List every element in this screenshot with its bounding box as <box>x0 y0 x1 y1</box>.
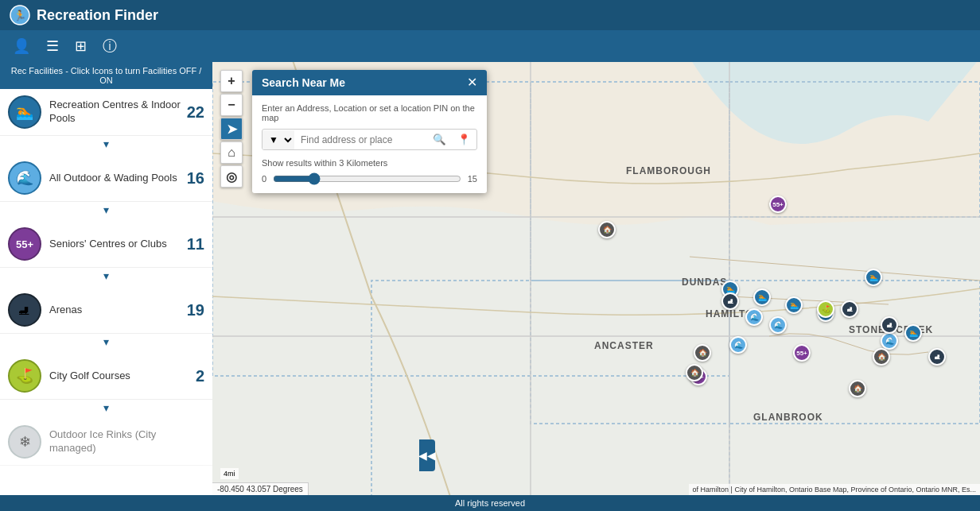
search-input-row: ▼ 🔍 📍 <box>262 129 477 150</box>
coordinate-bar: -80.450 43.057 Degrees <box>212 482 309 495</box>
facility-label: City Golf Courses <box>49 370 182 383</box>
info-icon[interactable]: ⓘ <box>103 37 117 56</box>
zoom-out-button[interactable]: − <box>220 94 243 116</box>
facility-icon: 🏊 <box>8 95 41 129</box>
sidebar: Rec Facilities - Click Icons to turn Fac… <box>0 62 212 495</box>
facility-item[interactable]: ❄Outdoor Ice Rinks (City managed) <box>0 419 212 466</box>
map-pin-home[interactable]: 🏠 <box>873 348 890 366</box>
map-pin-home[interactable]: 🏠 <box>686 364 703 381</box>
chevron-row: ▾ <box>0 334 212 353</box>
main-area: Rec Facilities - Click Icons to turn Fac… <box>0 62 980 495</box>
home-button[interactable]: ⌂ <box>220 141 243 164</box>
map-pin[interactable]: 🌊 <box>881 332 898 350</box>
chevron-down-icon[interactable]: ▾ <box>103 401 109 414</box>
map-pin[interactable]: 🏊 <box>785 296 803 314</box>
zoom-in-button[interactable]: + <box>220 70 243 92</box>
search-dialog-close-button[interactable]: ✕ <box>467 76 477 89</box>
facility-label: Seniors' Centres or Clubs <box>49 238 182 251</box>
facility-item[interactable]: 🏊Recreation Centres & Indoor Pools22 <box>0 89 212 136</box>
map-pin[interactable]: ⛸ <box>881 316 898 334</box>
map-pin[interactable]: 🌊 <box>745 308 763 326</box>
map-pin[interactable]: ⛸ <box>721 292 739 310</box>
facility-icon: 🌊 <box>8 161 41 195</box>
grid-icon[interactable]: ⊞ <box>75 37 87 55</box>
footer-text: All rights reserved <box>455 498 525 508</box>
map-container[interactable]: FLAMBOROUGH ANCASTER HAMILTON STONEY CRE… <box>212 62 980 495</box>
attribution-text: of Hamilton | City of Hamilton, Ontario … <box>693 486 976 494</box>
map-pin[interactable]: 🏊 <box>865 269 882 286</box>
facility-label: Outdoor Ice Rinks (City managed) <box>49 428 182 455</box>
sidebar-banner: Rec Facilities - Click Icons to turn Fac… <box>0 62 212 89</box>
app-header: 🏃 Recreation Finder <box>0 0 980 30</box>
km-range-slider[interactable] <box>273 172 461 185</box>
footer: All rights reserved <box>0 495 980 511</box>
search-submit-button[interactable]: 🔍 <box>427 130 452 149</box>
search-dialog-header: Search Near Me ✕ <box>252 70 487 95</box>
compass-button[interactable]: ◎ <box>220 165 243 188</box>
facility-item[interactable]: 55+Seniors' Centres or Clubs11 <box>0 221 212 268</box>
sidebar-collapse-button[interactable]: ◀◀ <box>419 439 435 471</box>
search-dialog-body: Enter an Address, Location or set a loca… <box>252 95 487 193</box>
search-dialog-title: Search Near Me <box>262 76 345 89</box>
facility-icon: ⛳ <box>8 359 41 393</box>
facility-count: 2 <box>182 367 204 385</box>
facility-item[interactable]: ⛳City Golf Courses2 <box>0 353 212 400</box>
locate-button[interactable]: ➤ <box>220 118 243 140</box>
map-pin-home[interactable]: 🏠 <box>598 221 616 238</box>
scale-text: 4mi <box>224 470 235 478</box>
map-controls: + − ➤ ⌂ ◎ <box>220 70 243 188</box>
slider-min-label: 0 <box>262 174 266 184</box>
facility-count: 19 <box>182 301 204 319</box>
slider-max-label: 15 <box>468 174 477 184</box>
app-title: Recreation Finder <box>37 7 158 24</box>
map-pin-home[interactable]: 🏠 <box>694 344 711 362</box>
map-pin[interactable]: ⛳ <box>817 300 834 318</box>
chevron-row: ▾ <box>0 136 212 155</box>
search-km-label: Show results within 3 Kilometers <box>262 158 477 168</box>
chevron-down-icon[interactable]: ▾ <box>103 137 109 150</box>
scale-bar: 4mi <box>220 468 239 479</box>
facility-count: 11 <box>182 235 204 254</box>
map-pin[interactable]: ⛸ <box>841 300 858 318</box>
facility-label: Arenas <box>49 304 182 317</box>
facility-label: Recreation Centres & Indoor Pools <box>49 99 182 126</box>
facility-label: All Outdoor & Wading Pools <box>49 172 182 185</box>
search-hint: Enter an Address, Location or set a loca… <box>262 103 477 122</box>
chevron-row: ▾ <box>0 400 212 419</box>
chevron-down-icon[interactable]: ▾ <box>103 335 109 348</box>
person-icon[interactable]: 👤 <box>13 37 30 55</box>
app-logo: 🏃 <box>10 5 30 25</box>
map-pin[interactable]: 🏊 <box>753 288 771 306</box>
map-pin[interactable]: 🏊 <box>904 324 922 342</box>
slider-row: 0 15 <box>262 172 477 185</box>
facility-count: 22 <box>182 103 204 122</box>
search-type-select[interactable]: ▼ <box>262 130 294 149</box>
coordinates-text: -80.450 43.057 Degrees <box>217 485 303 494</box>
facility-list: 🏊Recreation Centres & Indoor Pools22▾🌊Al… <box>0 89 212 466</box>
facility-item[interactable]: ⛸Arenas19 <box>0 287 212 334</box>
svg-text:🏃: 🏃 <box>14 9 27 22</box>
navbar: 👤 ☰ ⊞ ⓘ <box>0 30 980 62</box>
map-pin[interactable]: 55+ <box>793 344 811 362</box>
chevron-row: ▾ <box>0 202 212 221</box>
list-icon[interactable]: ☰ <box>46 37 59 55</box>
search-input[interactable] <box>294 130 427 149</box>
chevron-down-icon[interactable]: ▾ <box>103 203 109 216</box>
chevron-down-icon[interactable]: ▾ <box>103 269 109 282</box>
map-pin[interactable]: 🌊 <box>769 316 787 334</box>
facility-count: 16 <box>182 169 204 188</box>
facility-icon: ❄ <box>8 425 41 459</box>
chevron-row: ▾ <box>0 268 212 287</box>
map-pin[interactable]: ⛸ <box>928 348 946 366</box>
map-pin[interactable]: 🌊 <box>729 336 747 354</box>
facility-icon: ⛸ <box>8 293 41 327</box>
search-dialog: Search Near Me ✕ Enter an Address, Locat… <box>252 70 487 193</box>
facility-icon: 55+ <box>8 227 41 261</box>
map-attribution: of Hamilton | City of Hamilton, Ontario … <box>689 484 980 495</box>
map-pin[interactable]: 55+ <box>769 195 787 213</box>
search-pin-button[interactable]: 📍 <box>452 130 476 149</box>
map-pin-home[interactable]: 🏠 <box>849 380 866 397</box>
facility-item[interactable]: 🌊All Outdoor & Wading Pools16 <box>0 155 212 202</box>
